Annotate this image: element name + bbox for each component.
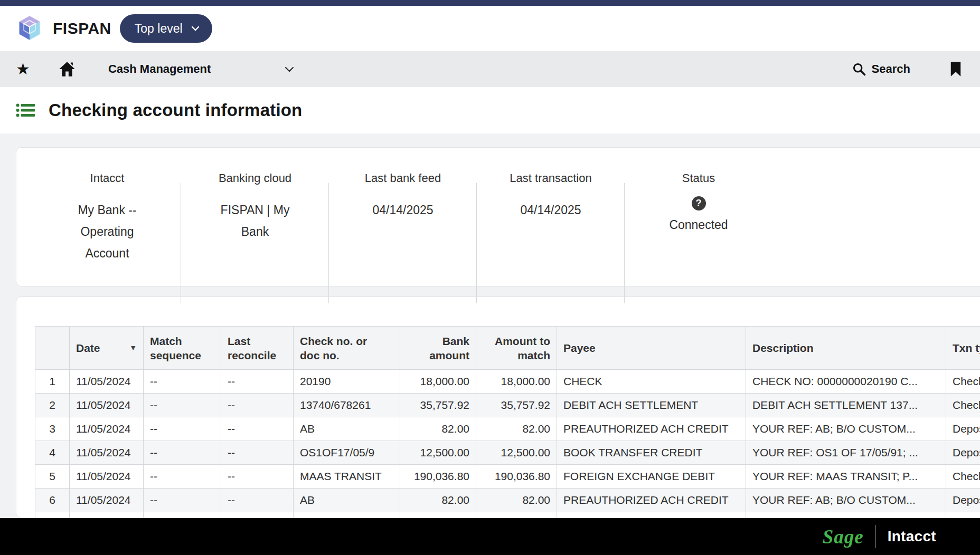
cell-txn-type: Check (946, 394, 980, 417)
summary-col-last-bank-feed: Last bank feed 04/14/2025 (329, 171, 477, 286)
nav-bar: ★ Cash Management Search (0, 51, 980, 87)
summary-label: Last transaction (477, 171, 625, 185)
cell-txn-type: Check (946, 512, 980, 519)
table-row[interactable]: 7 11/05/2024 -- -- 13740/678261 35,757.9… (35, 512, 980, 519)
table-row[interactable]: 6 11/05/2024 -- -- AB 82.00 82.00 PREAUT… (35, 489, 980, 512)
table-row[interactable]: 1 11/05/2024 -- -- 20190 18,000.00 18,00… (35, 370, 980, 394)
cell-description: YOUR REF: AB; B/O CUSTOM... (746, 417, 946, 441)
sort-desc-icon: ▼ (129, 341, 137, 355)
table-row[interactable]: 2 11/05/2024 -- -- 13740/678261 35,757.9… (35, 394, 980, 417)
col-date-label: Date (76, 341, 100, 355)
cell-match-sequence: -- (144, 417, 221, 441)
cell-last-reconcile: -- (221, 489, 294, 512)
cell-description: DEBIT ACH SETTLEMENT 137... (746, 512, 946, 519)
sage-logo: Sage (823, 525, 864, 548)
cell-last-reconcile: -- (221, 417, 294, 441)
cell-row-num: 1 (35, 370, 70, 394)
cell-match-sequence: -- (144, 394, 221, 417)
cell-date: 11/05/2024 (70, 512, 144, 519)
cell-payee: PREAUTHORIZED ACH CREDIT (557, 417, 746, 441)
cell-bank-amount: 82.00 (400, 489, 476, 512)
cell-last-reconcile: -- (221, 465, 294, 489)
col-match-sequence: Match sequence (144, 327, 221, 370)
module-menu[interactable]: Cash Management (108, 62, 294, 76)
page-menu-icon[interactable] (16, 103, 35, 118)
cell-date: 11/05/2024 (70, 465, 144, 489)
cell-bank-amount: 82.00 (400, 417, 476, 441)
summary-value: FISPAN | My Bank (181, 199, 329, 243)
table-row[interactable]: 3 11/05/2024 -- -- AB 82.00 82.00 PREAUT… (35, 417, 980, 441)
cell-bank-amount: 190,036.80 (400, 465, 476, 489)
cell-description: CHECK NO: 0000000020190 C... (746, 370, 946, 394)
col-payee: Payee (557, 327, 746, 370)
summary-col-banking-cloud: Banking cloud FISPAN | My Bank (181, 171, 329, 286)
chevron-down-icon (285, 66, 294, 72)
brand-name: FISPAN (53, 20, 111, 37)
page-title-bar: Checking account information (0, 87, 980, 133)
cell-amount-to-match: 35,757.92 (476, 394, 557, 417)
bookmark-icon[interactable] (949, 61, 962, 77)
favorites-star-icon[interactable]: ★ (16, 61, 30, 77)
cell-match-sequence: -- (144, 489, 221, 512)
cell-amount-to-match: 12,500.00 (476, 441, 557, 465)
cell-row-num: 7 (35, 512, 70, 519)
search-button[interactable]: Search (852, 62, 910, 76)
cell-payee: DEBIT ACH SETTLEMENT (557, 512, 746, 519)
cell-row-num: 6 (35, 489, 70, 512)
cell-last-reconcile: -- (221, 370, 294, 394)
cell-bank-amount: 35,757.92 (400, 394, 476, 417)
app-header: FISPAN Top level (0, 6, 980, 51)
cell-date: 11/05/2024 (70, 489, 144, 512)
col-date-sortable[interactable]: Date ▼ (70, 327, 144, 370)
summary-label: Status (625, 171, 772, 185)
cell-payee: DEBIT ACH SETTLEMENT (557, 394, 746, 417)
cell-amount-to-match: 82.00 (476, 417, 557, 441)
status-value: Connected (625, 218, 772, 232)
summary-value: 04/14/2025 (329, 199, 477, 221)
page-content: Intacct My Bank -- Operating Account Ban… (0, 133, 980, 518)
cell-txn-type: Check (946, 370, 980, 394)
table-header-row: Date ▼ Match sequence Last reconcile Che… (35, 327, 980, 370)
col-amount-to-match: Amount to match (476, 327, 557, 370)
cell-description: YOUR REF: MAAS TRANSIT; P... (746, 465, 946, 489)
transactions-card: Date ▼ Match sequence Last reconcile Che… (16, 296, 980, 518)
chevron-down-icon (191, 26, 200, 31)
col-bank-amount: Bank amount (400, 327, 476, 370)
summary-col-status: Status ? Connected (625, 171, 772, 286)
table-row[interactable]: 4 11/05/2024 -- -- OS1OF17/05/9 12,500.0… (35, 441, 980, 465)
cell-last-reconcile: -- (221, 441, 294, 465)
home-icon[interactable] (59, 61, 76, 77)
page-title: Checking account information (49, 100, 302, 120)
col-txn-type: Txn type (946, 327, 980, 370)
cell-check-no: OS1OF17/05/9 (294, 441, 400, 465)
col-row-num (35, 327, 70, 370)
account-summary-card: Intacct My Bank -- Operating Account Ban… (16, 147, 980, 286)
summary-value: My Bank -- Operating Account (33, 199, 181, 264)
top-level-dropdown[interactable]: Top level (120, 14, 212, 43)
cell-amount-to-match: 82.00 (476, 489, 557, 512)
cell-bank-amount: 18,000.00 (400, 370, 476, 394)
cell-last-reconcile: -- (221, 394, 294, 417)
cell-payee: FOREIGN EXCHANGE DEBIT (557, 465, 746, 489)
cell-description: DEBIT ACH SETTLEMENT 137... (746, 394, 946, 417)
cell-txn-type: Deposit (946, 489, 980, 512)
nav-right-group: Search (852, 61, 962, 77)
table-row[interactable]: 5 11/05/2024 -- -- MAAS TRANSIT 190,036.… (35, 465, 980, 489)
cell-match-sequence: -- (144, 512, 221, 519)
cell-check-no: 13740/678261 (294, 512, 400, 519)
cell-row-num: 4 (35, 441, 70, 465)
cell-amount-to-match: 35,757.92 (476, 512, 557, 519)
col-last-reconcile: Last reconcile (221, 327, 294, 370)
status-help-icon[interactable]: ? (692, 196, 706, 210)
cell-description: YOUR REF: AB; B/O CUSTOM... (746, 489, 946, 512)
summary-label: Banking cloud (181, 171, 329, 185)
cell-row-num: 5 (35, 465, 70, 489)
cell-bank-amount: 35,757.92 (400, 512, 476, 519)
cell-check-no: 13740/678261 (294, 394, 400, 417)
cell-txn-type: Check (946, 465, 980, 489)
cell-last-reconcile: -- (221, 512, 294, 519)
search-icon (852, 62, 866, 76)
cell-bank-amount: 12,500.00 (400, 441, 476, 465)
cell-match-sequence: -- (144, 465, 221, 489)
cell-row-num: 3 (35, 417, 70, 441)
